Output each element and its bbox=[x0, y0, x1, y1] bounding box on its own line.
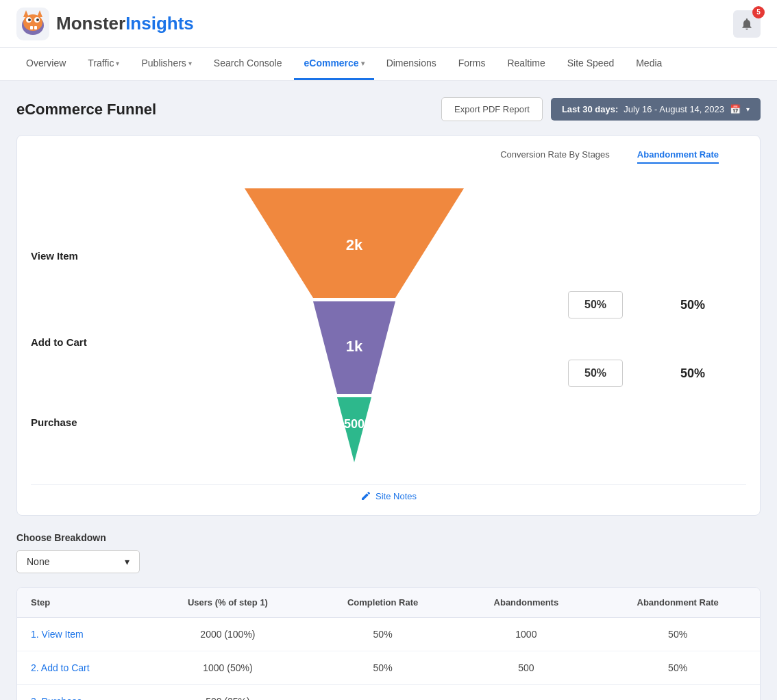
logo: MonsterInsights bbox=[16, 8, 194, 40]
abandonments-3: -- bbox=[457, 685, 596, 701]
abandonments-2: 500 bbox=[457, 651, 596, 685]
funnel-svg-container: 2k 1k 500 bbox=[140, 175, 568, 476]
page-actions: Export PDF Report Last 30 days: July 16 … bbox=[441, 97, 761, 121]
site-notes-row: Site Notes bbox=[31, 484, 746, 501]
notification-badge: 5 bbox=[752, 6, 765, 18]
export-pdf-button[interactable]: Export PDF Report bbox=[441, 97, 543, 121]
svg-text:500: 500 bbox=[344, 417, 365, 431]
stage-label-add-to-cart: Add to Cart bbox=[31, 336, 87, 348]
nav-search-console[interactable]: Search Console bbox=[204, 48, 292, 80]
completion-2: 50% bbox=[309, 651, 457, 685]
svg-text:2k: 2k bbox=[346, 236, 363, 253]
step-link-1[interactable]: 1. View Item bbox=[31, 629, 84, 640]
header: MonsterInsights 5 bbox=[0, 0, 777, 48]
nav-realtime[interactable]: Realtime bbox=[497, 48, 554, 80]
svg-point-5 bbox=[28, 18, 31, 21]
rate-between-cart-purchase: 50% 50% bbox=[568, 360, 719, 387]
table-header-row: Step Users (% of step 1) Completion Rate… bbox=[17, 588, 760, 618]
date-range-button[interactable]: Last 30 days: July 16 - August 14, 2023 … bbox=[551, 98, 761, 121]
table: Step Users (% of step 1) Completion Rate… bbox=[17, 588, 760, 700]
table-row: 2. Add to Cart 1000 (50%) 50% 500 50% bbox=[17, 651, 760, 685]
completion-1: 50% bbox=[309, 618, 457, 651]
funnel-table: Step Users (% of step 1) Completion Rate… bbox=[16, 587, 761, 700]
nav-publishers[interactable]: Publishers▾ bbox=[132, 48, 201, 80]
conversion-box-2: 50% bbox=[568, 360, 623, 387]
col-abandonment-rate: Abandonment Rate bbox=[595, 588, 760, 618]
funnel-visual-area: View Item Add to Cart Purchase 2k bbox=[31, 175, 746, 476]
svg-text:1k: 1k bbox=[346, 338, 363, 355]
nav-forms[interactable]: Forms bbox=[449, 48, 495, 80]
logo-text: MonsterInsights bbox=[56, 13, 194, 34]
breakdown-section: Choose Breakdown None ▾ bbox=[16, 532, 761, 573]
abandonment-rate-col-header: Abandonment Rate bbox=[637, 149, 719, 164]
abandonment-rate-1: 50% bbox=[595, 618, 760, 651]
completion-3: -- bbox=[309, 685, 457, 701]
logo-icon bbox=[16, 8, 49, 40]
step-link-2[interactable]: 2. Add to Cart bbox=[31, 662, 90, 673]
site-notes-button[interactable]: Site Notes bbox=[360, 490, 417, 501]
funnel-card: Conversion Rate By Stages Abandonment Ra… bbox=[16, 135, 761, 516]
chevron-down-icon: ▾ bbox=[746, 105, 750, 113]
nav-ecommerce[interactable]: eCommerce▾ bbox=[294, 48, 373, 80]
abandonment-rate-3: -- bbox=[595, 685, 760, 701]
nav-media[interactable]: Media bbox=[626, 48, 671, 80]
col-step: Step bbox=[17, 588, 147, 618]
conversion-rate-col-header: Conversion Rate By Stages bbox=[500, 149, 610, 164]
table-row: 1. View Item 2000 (100%) 50% 1000 50% bbox=[17, 618, 760, 651]
svg-point-6 bbox=[36, 18, 39, 21]
step-link-3[interactable]: 3. Purchase bbox=[31, 696, 82, 700]
breakdown-label: Choose Breakdown bbox=[16, 532, 761, 543]
stage-label-purchase: Purchase bbox=[31, 416, 77, 428]
calendar-icon: 📅 bbox=[730, 104, 741, 114]
page-header: eCommerce Funnel Export PDF Report Last … bbox=[16, 97, 761, 121]
chevron-down-icon: ▾ bbox=[125, 556, 130, 567]
abandonments-1: 1000 bbox=[457, 618, 596, 651]
users-3: 500 (25%) bbox=[147, 685, 309, 701]
funnel-right-stats: 50% 50% 50% 50% bbox=[568, 175, 746, 476]
users-1: 2000 (100%) bbox=[147, 618, 309, 651]
nav-dimensions[interactable]: Dimensions bbox=[377, 48, 446, 80]
abandonment-rate-2: 50% bbox=[680, 366, 719, 381]
rate-between-view-cart: 50% 50% bbox=[568, 291, 719, 318]
table-row: 3. Purchase 500 (25%) -- -- -- bbox=[17, 685, 760, 701]
stage-label-view-item: View Item bbox=[31, 250, 78, 262]
svg-rect-10 bbox=[34, 26, 37, 29]
funnel-svg: 2k 1k 500 bbox=[238, 182, 471, 469]
nav-site-speed[interactable]: Site Speed bbox=[558, 48, 624, 80]
notification-button[interactable]: 5 bbox=[733, 10, 761, 38]
svg-rect-9 bbox=[30, 26, 33, 29]
nav-overview[interactable]: Overview bbox=[16, 48, 75, 80]
breakdown-dropdown[interactable]: None ▾ bbox=[16, 550, 140, 573]
notification-area: 5 bbox=[733, 10, 761, 38]
col-abandonments: Abandonments bbox=[457, 588, 596, 618]
funnel-column-headers: Conversion Rate By Stages Abandonment Ra… bbox=[31, 149, 746, 164]
main-content: eCommerce Funnel Export PDF Report Last … bbox=[0, 81, 777, 700]
pencil-icon bbox=[360, 490, 371, 501]
users-2: 1000 (50%) bbox=[147, 651, 309, 685]
abandonment-rate-2: 50% bbox=[595, 651, 760, 685]
conversion-box-1: 50% bbox=[568, 291, 623, 318]
abandonment-rate-1: 50% bbox=[680, 298, 719, 312]
funnel-stage-labels: View Item Add to Cart Purchase bbox=[31, 175, 140, 476]
navigation: Overview Traffic▾ Publishers▾ Search Con… bbox=[0, 48, 777, 81]
bell-icon bbox=[740, 17, 754, 31]
nav-traffic[interactable]: Traffic▾ bbox=[78, 48, 129, 80]
col-users: Users (% of step 1) bbox=[147, 588, 309, 618]
page-title: eCommerce Funnel bbox=[16, 101, 156, 118]
col-completion: Completion Rate bbox=[309, 588, 457, 618]
